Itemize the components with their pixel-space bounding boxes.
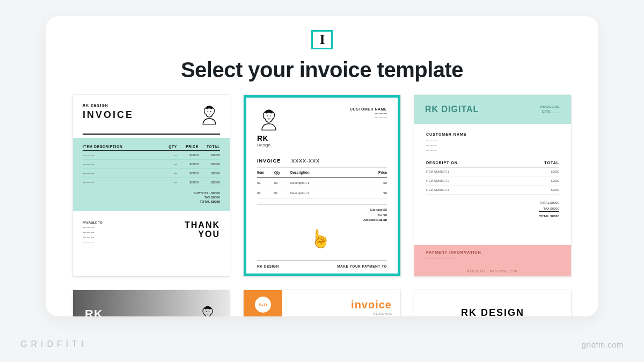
watermark-right: gridfiti.com	[581, 340, 624, 349]
app-logo-letter: I	[319, 32, 324, 48]
t3-brand: RK DIGITAL	[425, 105, 479, 114]
template-card-6[interactable]: RK DESIGN UX DESIGNER	[414, 290, 571, 316]
t4-brand: RK	[85, 307, 103, 316]
template-card-4[interactable]: RK	[73, 290, 230, 316]
t1-thankyou: THANKYOU	[185, 220, 220, 239]
pointer-cursor-icon: ☝	[310, 228, 331, 249]
t5-title: invoice	[291, 299, 392, 311]
t1-title: INVOICE	[83, 109, 134, 121]
avatar-icon	[199, 104, 220, 125]
app-logo-icon: I	[311, 30, 333, 49]
avatar-icon	[197, 304, 218, 316]
t1-brand: RK DESIGN	[83, 104, 134, 107]
template-card-5[interactable]: R•D RK Design invoice No. XXX-XXXXDate X…	[244, 290, 400, 316]
template-card-2-selected[interactable]: RK Design CUSTOMER NAME— — —— — — INVOIC…	[244, 95, 400, 276]
t2-brand: RK	[257, 134, 281, 143]
template-card-3[interactable]: RK DIGITAL INVOICE NO.DATE : ____ CUSTOM…	[414, 95, 571, 276]
template-grid: RK DESIGN INVOICE ITEM DESCRIPTION QTY P…	[64, 95, 580, 316]
page-title: Select your invoice template	[181, 58, 463, 82]
avatar-icon	[257, 107, 281, 131]
template-card-1[interactable]: RK DESIGN INVOICE ITEM DESCRIPTION QTY P…	[73, 95, 230, 276]
template-picker-panel: I Select your invoice template RK DESIGN…	[46, 16, 598, 316]
t6-brand: RK DESIGN	[461, 307, 524, 316]
watermark-left: GRIDFITI	[20, 339, 87, 349]
t5-circle-logo: R•D	[255, 297, 271, 313]
